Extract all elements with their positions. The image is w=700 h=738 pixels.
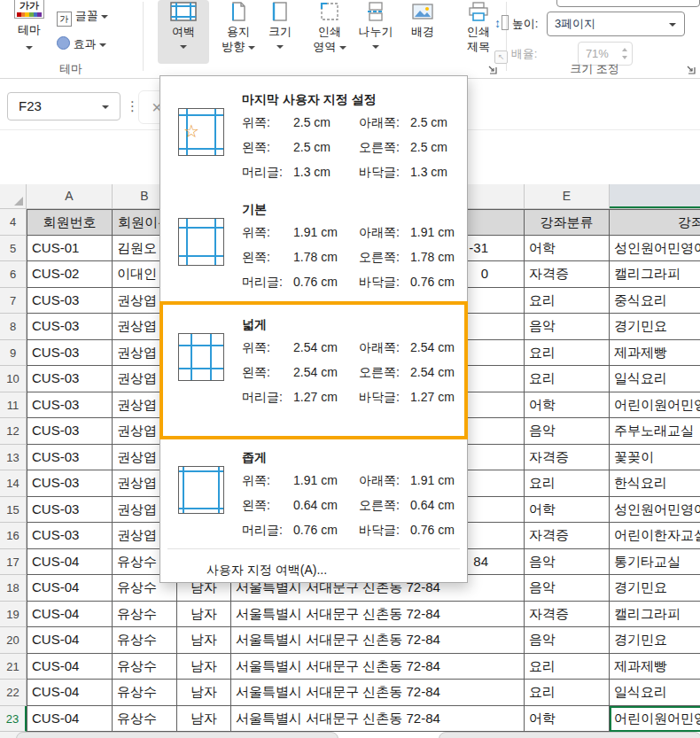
cell[interactable]: 남자 <box>177 602 231 628</box>
name-box[interactable]: F23 <box>7 92 121 120</box>
row-header[interactable]: 22 <box>0 680 27 706</box>
cell[interactable]: 유상수 <box>113 627 177 654</box>
column-header[interactable]: A <box>27 184 113 209</box>
cell[interactable]: 음악 <box>525 627 610 654</box>
cell[interactable]: CUS-04 <box>27 680 113 706</box>
cell[interactable]: 자격증 <box>525 523 610 549</box>
cell[interactable]: 음악 <box>525 575 610 602</box>
cell[interactable]: CUS-04 <box>27 654 113 680</box>
cell[interactable]: 요리 <box>525 366 610 392</box>
cell[interactable]: 유상수 <box>113 680 177 706</box>
cell[interactable]: 성인원어민영어 <box>610 236 700 262</box>
cell[interactable]: 유상수 <box>113 706 177 733</box>
cell[interactable]: 어린이한자교실 <box>610 523 700 549</box>
cell[interactable]: 경기민요 <box>610 575 700 602</box>
row-header[interactable]: 13 <box>0 445 27 471</box>
cell[interactable]: CUS-03 <box>27 497 113 524</box>
cell[interactable]: CUS-03 <box>27 418 113 445</box>
cell[interactable]: 일식요리 <box>610 680 700 706</box>
cell[interactable]: CUS-03 <box>27 288 113 315</box>
cell[interactable]: CUS-04 <box>27 706 113 733</box>
cell[interactable]: 강좌분류 <box>525 209 610 236</box>
cell[interactable]: 서울특별시 서대문구 신촌동 72-84 <box>231 627 525 654</box>
custom-margins-menu-item[interactable]: 사용자 지정 여백(A)... <box>160 555 467 585</box>
cell[interactable]: 음악 <box>525 314 610 340</box>
active-cell[interactable]: 어린이원어민영어 <box>610 706 700 733</box>
row-header[interactable]: 7 <box>0 288 27 315</box>
cell[interactable]: 경기민요 <box>610 627 700 654</box>
cell[interactable]: 요리 <box>525 470 610 497</box>
cell[interactable]: 유상수 <box>113 654 177 680</box>
row-header[interactable]: 21 <box>0 654 27 680</box>
menu-item-margin-preset[interactable]: 좁게위쪽:1.91 cm아래쪽:1.91 cm왼쪽:0.64 cm오른쪽:0.6… <box>163 441 464 549</box>
cell[interactable]: 어린이원어민영어 <box>610 392 700 419</box>
background-button[interactable]: 배경 <box>401 0 444 64</box>
cell[interactable]: CUS-03 <box>27 523 113 549</box>
row-header[interactable]: 14 <box>0 470 27 497</box>
cell[interactable]: 중식요리 <box>610 288 700 315</box>
cell[interactable]: CUS-04 <box>27 602 113 628</box>
breaks-button[interactable]: 나누기 <box>352 0 400 64</box>
cell[interactable]: CUS-03 <box>27 445 113 471</box>
cell[interactable]: 서울특별시 서대문구 신촌동 72-84 <box>231 654 525 680</box>
row-header[interactable]: 19 <box>0 602 27 628</box>
cell[interactable]: 서울특별시 서대문구 신촌동 72-84 <box>231 680 525 706</box>
cell[interactable]: 요리 <box>525 288 610 315</box>
row-header[interactable]: 20 <box>0 627 27 654</box>
cell[interactable]: 남자 <box>177 706 231 733</box>
scale-dialog-launcher[interactable] <box>686 65 698 77</box>
cell[interactable]: CUS-04 <box>27 575 113 602</box>
cell[interactable]: CUS-01 <box>27 236 113 262</box>
cell[interactable]: CUS-02 <box>27 261 113 288</box>
cell[interactable]: 일식요리 <box>610 366 700 392</box>
menu-item-margin-preset[interactable]: ☆마지막 사용자 지정 설정위쪽:2.5 cm아래쪽:2.5 cm왼쪽:2.5 … <box>163 83 464 191</box>
column-header[interactable]: E <box>525 184 610 209</box>
cell[interactable]: 유상수 <box>113 602 177 628</box>
row-header[interactable]: 6 <box>0 261 27 288</box>
width-combo-partial[interactable] <box>556 0 700 7</box>
row-header[interactable]: 5 <box>0 236 27 262</box>
row-header[interactable]: 9 <box>0 340 27 367</box>
cell[interactable]: 음악 <box>525 549 610 576</box>
cell[interactable]: 남자 <box>177 680 231 706</box>
cell[interactable]: 자격증 <box>525 602 610 628</box>
height-combobox[interactable]: 3페이지 <box>547 12 685 36</box>
menu-item-margin-preset[interactable]: 넓게위쪽:2.54 cm아래쪽:2.54 cm왼쪽:2.54 cm오른쪽:2.5… <box>163 305 464 436</box>
cell[interactable]: 경기민요 <box>610 314 700 340</box>
cell[interactable]: CUS-03 <box>27 392 113 419</box>
cell[interactable]: 음악 <box>525 418 610 445</box>
cell[interactable]: 요리 <box>525 680 610 706</box>
effects-button[interactable]: 효과 <box>57 34 106 55</box>
row-header[interactable]: 8 <box>0 314 27 340</box>
cell[interactable]: CUS-04 <box>27 549 113 576</box>
row-header[interactable]: 4 <box>0 209 27 236</box>
cell[interactable]: 제과제빵 <box>610 654 700 680</box>
cell[interactable]: 어학 <box>525 706 610 733</box>
row-header[interactable]: 17 <box>0 549 27 576</box>
cell[interactable]: 서울특별시 서대문구 신촌동 72-84 <box>231 706 525 733</box>
cell[interactable]: CUS-03 <box>27 470 113 497</box>
print-area-button[interactable]: 인쇄 영역 <box>306 0 354 64</box>
cell[interactable]: CUS-03 <box>27 340 113 367</box>
cell[interactable]: 자격증 <box>525 261 610 288</box>
horizontal-scrollbar[interactable] <box>439 732 700 738</box>
cell[interactable]: 남자 <box>177 654 231 680</box>
cell[interactable]: 남자 <box>177 627 231 654</box>
orientation-button[interactable]: 용지 방향 <box>214 0 263 64</box>
horizontal-scrollbar[interactable] <box>16 732 338 738</box>
cell[interactable]: 회원번호 <box>27 209 113 236</box>
cell[interactable]: CUS-03 <box>27 314 113 340</box>
cell[interactable]: 서울특별시 서대문구 신촌동 72-84 <box>231 602 525 628</box>
page-setup-dialog-launcher[interactable] <box>487 65 500 77</box>
cell[interactable]: 꽃꽂이 <box>610 445 700 471</box>
cell[interactable]: 어학 <box>525 236 610 262</box>
column-header[interactable] <box>610 184 700 209</box>
row-header[interactable]: 16 <box>0 523 27 549</box>
row-header[interactable]: 15 <box>0 497 27 524</box>
cell[interactable]: 통기타교실 <box>610 549 700 576</box>
cell[interactable]: 한식요리 <box>610 470 700 497</box>
fonts-button[interactable]: 가 글꼴 <box>57 5 108 27</box>
cell[interactable]: 캘리그라피 <box>610 602 700 628</box>
row-header[interactable]: 18 <box>0 575 27 602</box>
cell[interactable]: 어학 <box>525 497 610 524</box>
